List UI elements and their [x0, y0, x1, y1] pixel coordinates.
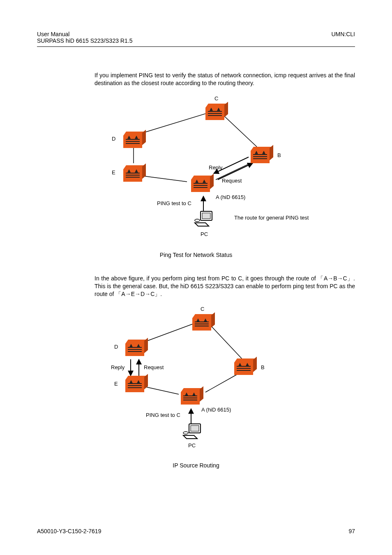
- label-reply: Reply: [111, 364, 125, 370]
- label-d: D: [114, 344, 118, 350]
- label-reply: Reply: [209, 164, 222, 171]
- router-icon: [125, 340, 144, 356]
- label-e: E: [114, 381, 118, 387]
- label-b: B: [277, 152, 281, 158]
- svg-rect-19: [191, 426, 199, 431]
- router-icon: [181, 388, 200, 405]
- figure-ping-test: C D E B A (hiD 6615) Reply Request PING …: [95, 99, 349, 239]
- svg-line-0: [138, 112, 212, 134]
- svg-rect-9: [202, 213, 210, 219]
- label-pc: PC: [188, 442, 196, 449]
- label-c: C: [214, 95, 218, 102]
- label-c: C: [201, 306, 204, 312]
- label-request: Request: [222, 178, 242, 184]
- pc-icon: [193, 210, 214, 229]
- header-left-1: User Manual: [37, 31, 132, 37]
- router-icon: [123, 132, 142, 148]
- label-ping: PING test to C: [146, 412, 180, 418]
- svg-line-12: [142, 386, 179, 394]
- router-icon: [191, 176, 210, 192]
- svg-line-13: [210, 324, 242, 359]
- router-icon: [251, 147, 270, 163]
- label-b: B: [261, 364, 265, 370]
- svg-line-3: [222, 114, 257, 147]
- svg-point-10: [195, 219, 200, 222]
- svg-line-14: [205, 374, 238, 392]
- svg-line-2: [140, 176, 187, 182]
- figure-caption-1: Ping Test for Network Status: [37, 252, 355, 258]
- pc-icon: [182, 423, 202, 441]
- label-route: The route for general PING test: [234, 215, 309, 221]
- label-pc: PC: [201, 231, 208, 237]
- router-icon: [205, 104, 224, 120]
- router-icon: [234, 358, 253, 375]
- label-a: A (hiD 6615): [201, 407, 231, 413]
- figure-ip-source-routing: C D E B A (hiD 6615) Reply Request PING …: [95, 310, 308, 450]
- svg-line-11: [142, 322, 197, 343]
- router-icon: [192, 314, 211, 331]
- label-d: D: [112, 136, 115, 142]
- router-icon: [123, 165, 142, 182]
- label-request: Request: [144, 364, 164, 370]
- label-a: A (hiD 6615): [216, 194, 245, 200]
- router-icon: [125, 376, 144, 392]
- label-e: E: [112, 169, 115, 176]
- svg-line-5: [218, 163, 253, 180]
- header-rule: [37, 46, 355, 47]
- figure-caption-2: IP Source Routing: [37, 462, 355, 469]
- label-ping: PING test to C: [157, 200, 191, 206]
- header-right: UMN:CLI: [331, 31, 355, 44]
- paragraph-1: If you implement PING test to verify the…: [95, 72, 355, 87]
- footer-docid: A50010-Y3-C150-2-7619: [37, 528, 101, 534]
- paragraph-2: In the above figure, if you perform ping…: [95, 275, 355, 298]
- footer-page-number: 97: [348, 528, 355, 534]
- header-left-2: SURPASS hiD 6615 S223/S323 R1.5: [37, 37, 132, 44]
- svg-point-20: [183, 432, 188, 434]
